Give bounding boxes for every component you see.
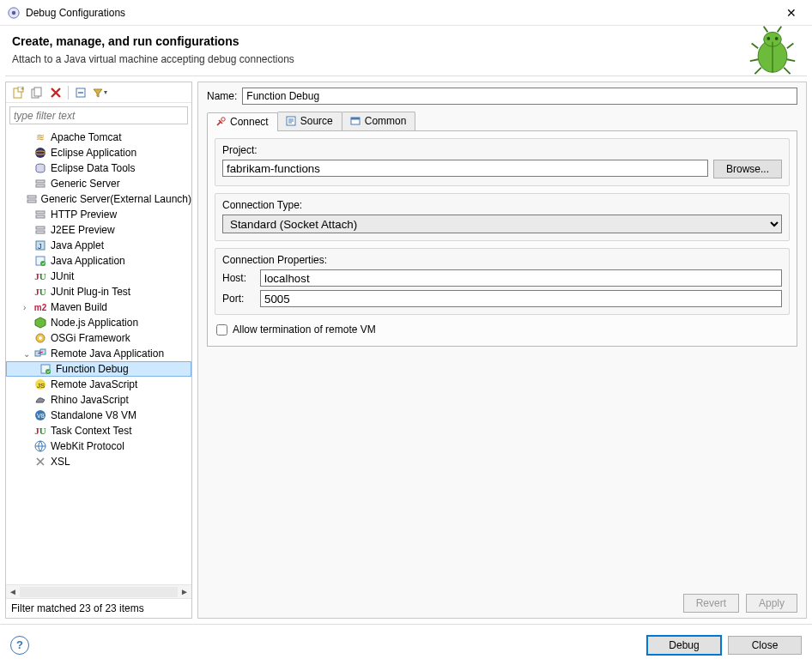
maven-icon: m2 bbox=[33, 300, 47, 314]
window-close-button[interactable]: ✕ bbox=[778, 0, 805, 26]
port-input[interactable] bbox=[260, 290, 782, 307]
server-icon bbox=[33, 223, 47, 237]
svg-rect-21 bbox=[36, 227, 45, 229]
tab-body-connect: Project: Browse... Connection Type: Stan… bbox=[207, 131, 797, 347]
tree-item[interactable]: Node.js Application bbox=[6, 315, 191, 330]
help-icon[interactable]: ? bbox=[10, 636, 29, 655]
connect-icon bbox=[215, 116, 227, 128]
dialog-footer: ? Debug Close bbox=[0, 624, 812, 665]
tree-item-label: XSL bbox=[51, 456, 70, 468]
svg-point-39 bbox=[221, 118, 225, 121]
scroll-left-icon[interactable]: ◄ bbox=[6, 585, 20, 599]
remote-java-icon bbox=[33, 347, 47, 360]
host-label: Host: bbox=[222, 272, 253, 284]
tomcat-icon: ≋ bbox=[33, 130, 47, 144]
svg-rect-42 bbox=[351, 118, 360, 120]
tree-item-label: Rhino JavaScript bbox=[51, 394, 129, 406]
config-tree[interactable]: ≋Apache TomcatEclipse ApplicationEclipse… bbox=[6, 128, 191, 584]
browse-button[interactable]: Browse... bbox=[713, 160, 782, 178]
tree-item[interactable]: Eclipse Application bbox=[6, 145, 191, 160]
app-icon bbox=[7, 6, 21, 20]
configurations-panel: + ▾ ≋Apache TomcatEclipse ApplicationEcl… bbox=[5, 82, 192, 619]
tab-source-label: Source bbox=[300, 115, 333, 127]
connection-type-group: Connection Type: Standard (Socket Attach… bbox=[215, 193, 790, 241]
tab-common[interactable]: Common bbox=[342, 112, 416, 130]
expander-icon[interactable]: ⌄ bbox=[23, 349, 33, 359]
duplicate-config-icon[interactable] bbox=[28, 84, 45, 101]
scroll-right-icon[interactable]: ► bbox=[178, 585, 191, 599]
tree-item[interactable]: XSL bbox=[6, 454, 191, 469]
close-button[interactable]: Close bbox=[728, 636, 802, 655]
tree-item[interactable]: JUJUnit bbox=[6, 269, 191, 284]
tree-item-label: Maven Build bbox=[51, 301, 107, 313]
tree-item[interactable]: J2EE Preview bbox=[6, 222, 191, 238]
tree-item[interactable]: JSRemote JavaScript bbox=[6, 377, 191, 392]
tree-item[interactable]: V8Standalone V8 VM bbox=[6, 408, 191, 423]
connection-type-label: Connection Type: bbox=[222, 199, 782, 211]
tree-item[interactable]: Generic Server(External Launch) bbox=[6, 191, 191, 207]
connection-type-select[interactable]: Standard (Socket Attach) bbox=[222, 215, 782, 233]
java-app-icon bbox=[33, 254, 47, 268]
tree-item[interactable]: Generic Server bbox=[6, 176, 191, 191]
svg-point-12 bbox=[35, 148, 45, 158]
tree-item-label: Remote Java Application bbox=[51, 348, 164, 360]
filter-input[interactable] bbox=[9, 106, 188, 124]
svg-rect-19 bbox=[36, 211, 45, 214]
tree-item-label: Standalone V8 VM bbox=[51, 409, 136, 421]
name-input[interactable] bbox=[242, 88, 797, 105]
tree-item-label: J2EE Preview bbox=[51, 224, 115, 236]
horizontal-scrollbar[interactable]: ◄ ► bbox=[6, 584, 191, 598]
tree-item-label: Eclipse Application bbox=[51, 147, 136, 159]
apply-button[interactable]: Apply bbox=[746, 594, 797, 613]
scroll-track[interactable] bbox=[20, 587, 178, 597]
tree-item[interactable]: Rhino JavaScript bbox=[6, 392, 191, 408]
tree-item-label: Java Applet bbox=[51, 239, 104, 251]
osgi-icon bbox=[33, 331, 47, 345]
new-config-icon[interactable]: + bbox=[9, 84, 27, 101]
left-toolbar: + ▾ bbox=[6, 82, 191, 103]
filter-menu-icon[interactable]: ▾ bbox=[91, 84, 108, 101]
allow-termination-label[interactable]: Allow termination of remote VM bbox=[233, 323, 376, 336]
svg-marker-27 bbox=[35, 317, 45, 328]
applet-icon: J bbox=[33, 239, 47, 252]
collapse-all-icon[interactable] bbox=[72, 84, 89, 101]
svg-point-29 bbox=[39, 336, 42, 340]
debug-button[interactable]: Debug bbox=[647, 636, 721, 655]
tree-item[interactable]: ≋Apache Tomcat bbox=[6, 130, 191, 145]
tree-item[interactable]: JUTask Context Test bbox=[6, 423, 191, 438]
tree-item-label: WebKit Protocol bbox=[51, 440, 124, 452]
connection-properties-group: Connection Properties: Host: Port: bbox=[215, 248, 790, 315]
tree-item-label: Remote JavaScript bbox=[51, 378, 137, 390]
tree-item[interactable]: Eclipse Data Tools bbox=[6, 160, 191, 176]
svg-text:+: + bbox=[21, 87, 24, 92]
tree-item[interactable]: JUJUnit Plug-in Test bbox=[6, 284, 191, 299]
junit-plugin-icon: JU bbox=[33, 285, 47, 299]
delete-config-icon[interactable] bbox=[47, 84, 64, 101]
expander-icon[interactable]: › bbox=[23, 303, 33, 312]
xsl-icon bbox=[33, 455, 47, 469]
tree-item[interactable]: Java Application bbox=[6, 253, 191, 269]
revert-button[interactable]: Revert bbox=[683, 594, 739, 613]
tree-item-label: Generic Server(External Launch) bbox=[41, 193, 191, 205]
allow-termination-checkbox[interactable] bbox=[216, 324, 227, 336]
tree-item[interactable]: ›m2Maven Build bbox=[6, 299, 191, 315]
tree-item-label: Eclipse Data Tools bbox=[51, 162, 136, 174]
server-icon bbox=[33, 177, 47, 190]
tree-item-label: Task Context Test bbox=[51, 425, 132, 437]
tree-item[interactable]: WebKit Protocol bbox=[6, 438, 191, 454]
tab-connect[interactable]: Connect bbox=[207, 112, 278, 131]
host-input[interactable] bbox=[260, 269, 782, 287]
tree-item-label: HTTP Preview bbox=[51, 209, 117, 221]
debug-bug-icon bbox=[747, 24, 798, 76]
tab-source[interactable]: Source bbox=[277, 112, 342, 130]
tree-item[interactable]: HTTP Preview bbox=[6, 207, 191, 222]
tree-item[interactable]: JJava Applet bbox=[6, 238, 191, 253]
config-editor-panel: Name: Connect Source Common Project: bbox=[197, 82, 807, 619]
tree-item[interactable]: OSGi Framework bbox=[6, 330, 191, 346]
tree-item[interactable]: Function Debug bbox=[6, 361, 191, 377]
project-group: Project: Browse... bbox=[215, 138, 790, 186]
v8-icon: V8 bbox=[33, 408, 47, 422]
project-input[interactable] bbox=[222, 160, 708, 177]
tree-item[interactable]: ⌄Remote Java Application bbox=[6, 346, 191, 361]
tabs: Connect Source Common bbox=[207, 112, 797, 131]
